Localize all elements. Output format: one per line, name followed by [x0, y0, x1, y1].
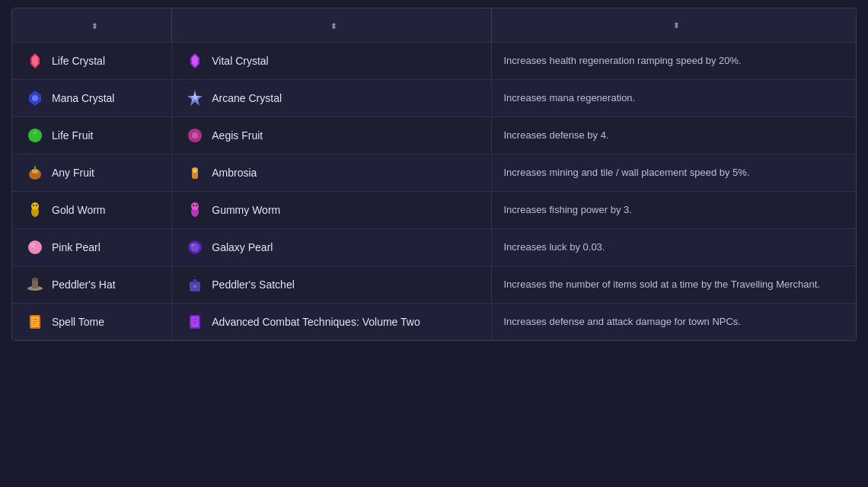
notes-cell: Increases the number of items sold at a …	[491, 266, 856, 303]
input-cell: Peddler's Hat	[12, 266, 172, 303]
output-cell: Aegis Fruit	[172, 116, 491, 154]
svg-point-30	[32, 278, 38, 281]
notes-cell: Increases luck by 0.03.	[491, 228, 856, 266]
table-row: Life Fruit Aegis Fruit Increases defense…	[12, 116, 856, 154]
svg-rect-37	[33, 321, 37, 322]
output-icon	[184, 237, 206, 258]
input-column-header[interactable]: ⬍	[12, 8, 172, 42]
output-name: Gummy Worm	[212, 204, 280, 216]
svg-point-5	[32, 95, 38, 101]
input-name: Life Fruit	[52, 129, 93, 142]
input-icon	[24, 199, 46, 221]
output-name: Aegis Fruit	[212, 129, 263, 142]
input-icon	[24, 50, 46, 72]
output-item: Arcane Crystal	[184, 88, 478, 109]
notes-text: Increases defense and attack damage for …	[504, 316, 741, 327]
notes-cell: Increases fishing power by 3.	[491, 191, 856, 228]
output-cell: Advanced Combat Techniques: Volume Two	[172, 303, 491, 340]
output-cell: Peddler's Satchel	[172, 266, 491, 303]
input-icon	[24, 125, 46, 146]
input-name: Pink Pearl	[52, 241, 101, 253]
notes-text: Increases luck by 0.03.	[504, 241, 605, 253]
input-cell: Any Fruit	[12, 154, 172, 191]
input-item: Mana Crystal	[24, 88, 159, 109]
output-item: Peddler's Satchel	[184, 274, 478, 295]
notes-column-header: ⬍	[491, 8, 856, 42]
svg-rect-32	[193, 279, 197, 283]
notes-text: Increases mining and tile / wall placeme…	[504, 167, 750, 178]
svg-point-21	[193, 205, 194, 206]
notes-text: Increases the number of items sold at a …	[504, 279, 820, 290]
input-name: Any Fruit	[52, 167, 94, 179]
output-cell: Gummy Worm	[172, 191, 491, 228]
input-cell: Mana Crystal	[12, 79, 172, 116]
notes-sort-icon[interactable]: ⬍	[673, 20, 679, 31]
svg-rect-43	[193, 323, 196, 324]
table-row: Spell Tome Advanced Combat Techniques: V…	[12, 303, 856, 340]
notes-text: Increases defense by 4.	[504, 129, 609, 141]
svg-rect-11	[34, 166, 36, 170]
input-cell: Life Crystal	[12, 42, 172, 79]
svg-point-22	[196, 205, 197, 206]
svg-point-14	[193, 170, 196, 173]
output-cell: Galaxy Pearl	[172, 228, 491, 266]
output-item: Vital Crystal	[184, 50, 478, 72]
input-cell: Pink Pearl	[12, 228, 172, 266]
output-item: Galaxy Pearl	[184, 237, 478, 258]
output-name: Vital Crystal	[212, 55, 268, 67]
svg-rect-36	[33, 319, 37, 320]
svg-rect-42	[193, 321, 197, 322]
input-name: Life Crystal	[52, 55, 105, 67]
input-cell: Spell Tome	[12, 303, 172, 340]
output-icon	[184, 199, 206, 221]
output-name: Galaxy Pearl	[212, 241, 273, 253]
svg-rect-33	[193, 285, 196, 288]
output-item: Advanced Combat Techniques: Volume Two	[184, 311, 478, 333]
output-name: Ambrosia	[212, 167, 257, 179]
input-name: Peddler's Hat	[52, 279, 116, 291]
svg-point-20	[191, 202, 199, 210]
output-icon	[184, 50, 206, 72]
crafting-table: ⬍ ⬍ ⬍ Life Crystal	[12, 8, 856, 340]
output-cell: Ambrosia	[172, 154, 491, 191]
svg-rect-41	[193, 319, 197, 320]
output-name: Advanced Combat Techniques: Volume Two	[212, 316, 420, 328]
table-row: Gold Worm Gummy Worm Increases fishing p…	[12, 191, 856, 228]
svg-point-17	[33, 205, 34, 206]
output-item: Aegis Fruit	[184, 125, 478, 146]
input-sort-icon[interactable]: ⬍	[91, 22, 97, 30]
input-item: Any Fruit	[24, 162, 159, 183]
table-row: Life Crystal Vital Crystal Increases hea…	[12, 42, 856, 79]
output-sort-icon[interactable]: ⬍	[330, 22, 337, 30]
notes-cell: Increases defense and attack damage for …	[491, 303, 856, 340]
table-row: Peddler's Hat Peddler's Satchel Increase…	[12, 266, 856, 303]
input-cell: Life Fruit	[12, 116, 172, 154]
output-column-header[interactable]: ⬍	[172, 8, 491, 42]
input-item: Peddler's Hat	[24, 274, 159, 295]
input-item: Gold Worm	[24, 199, 159, 221]
output-item: Gummy Worm	[184, 199, 478, 221]
output-icon	[184, 162, 206, 183]
output-name: Peddler's Satchel	[212, 279, 295, 291]
input-icon	[24, 162, 46, 183]
notes-cell: Increases health regeneration ramping sp…	[491, 42, 856, 79]
svg-point-23	[28, 240, 42, 254]
table-header-row: ⬍ ⬍ ⬍	[12, 8, 856, 42]
notes-text: Increases fishing power by 3.	[504, 204, 632, 215]
main-table-container: ⬍ ⬍ ⬍ Life Crystal	[11, 8, 857, 341]
svg-point-24	[30, 243, 35, 247]
output-icon	[184, 311, 206, 333]
svg-rect-38	[33, 323, 36, 324]
input-icon	[24, 237, 46, 258]
output-item: Ambrosia	[184, 162, 478, 183]
table-row: Mana Crystal Arcane Crystal Increases ma…	[12, 79, 856, 116]
input-icon	[24, 311, 46, 333]
notes-cell: Increases mana regeneration.	[491, 79, 856, 116]
input-name: Gold Worm	[52, 204, 106, 216]
output-name: Arcane Crystal	[212, 92, 282, 104]
input-icon	[24, 88, 46, 109]
svg-point-18	[36, 205, 37, 206]
notes-cell: Increases mining and tile / wall placeme…	[491, 154, 856, 191]
input-cell: Gold Worm	[12, 191, 172, 228]
notes-text: Increases health regeneration ramping sp…	[504, 55, 742, 66]
